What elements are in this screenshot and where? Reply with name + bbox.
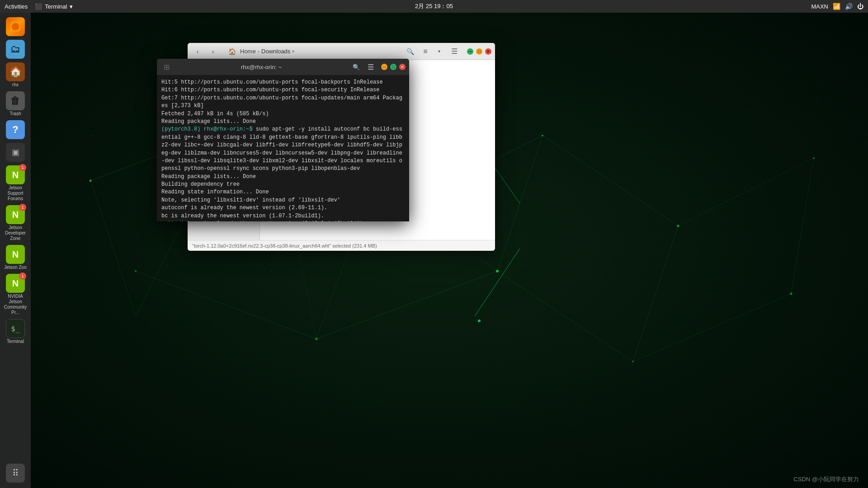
fm-forward-btn[interactable]: ›	[207, 45, 219, 58]
fm-minimize-btn[interactable]: —	[467, 48, 473, 55]
dock-icon-jetson-community: N 1	[6, 274, 25, 293]
dock-icon-help: ?	[6, 120, 25, 139]
dock-item-terminal[interactable]: $_ Terminal	[2, 319, 29, 344]
fm-dropdown-icon[interactable]: ▾	[292, 49, 294, 54]
fm-view-list-btn[interactable]: ≡	[419, 45, 432, 58]
term-maximize-btn[interactable]: □	[390, 64, 396, 70]
dock-icon-jetson-zoo: N	[6, 245, 25, 264]
dock-item-jetson-community[interactable]: N 1 NVIDIA Jetson Community Pr...	[2, 274, 29, 315]
term-line-2: Hit:6 http://ports.ubuntu.com/ubuntu-por…	[161, 86, 405, 94]
topbar-app: ⬛ Terminal ▾	[35, 3, 73, 10]
svg-line-5	[136, 271, 316, 339]
jetson-community-badge: 1	[19, 272, 26, 280]
fm-window-controls: — □ ✕	[467, 48, 491, 55]
term-line-9: Reading state information... Done	[161, 188, 405, 196]
svg-point-25	[316, 338, 318, 340]
svg-point-33	[12, 23, 19, 30]
dock-item-help[interactable]: ?	[2, 120, 29, 139]
dock-icon-files: 🗂	[6, 40, 25, 59]
dock-item-terminal-mini[interactable]: ▣	[2, 143, 29, 162]
volume-icon[interactable]: 🔊	[845, 3, 853, 10]
term-window-controls: — □ ✕	[381, 64, 406, 70]
dock-label-rhx: rhx	[12, 82, 19, 88]
term-line-1: Hit:5 http://ports.ubuntu.com/ubuntu-por…	[161, 79, 405, 86]
fm-search-btn[interactable]: 🔍	[404, 45, 416, 58]
svg-line-14	[633, 226, 678, 361]
fm-status-bar: "torch-1.12.0a0+2c916ef.nv22.3-cp38-cp38…	[188, 240, 495, 251]
dock-item-jetson-dev[interactable]: N 1 Jetson Developer Zone	[2, 205, 29, 241]
topbar: Activities ⬛ Terminal ▾ 2月 25 19：05 MAXN…	[0, 0, 868, 13]
dock-label-jetson-zoo: Jetson Zoo	[4, 265, 26, 270]
dock-label-terminal: Terminal	[7, 339, 24, 344]
svg-point-23	[677, 225, 679, 227]
dock-item-rhx[interactable]: 🏠 rhx	[2, 62, 29, 88]
terminal-icon-small: ⬛	[35, 3, 42, 10]
dock-icon-jetson-dev: N 1	[6, 205, 25, 224]
term-minimize-btn[interactable]: —	[381, 64, 387, 70]
dock-icon-trash: 🗑	[6, 91, 25, 110]
wifi-icon[interactable]: 📶	[833, 3, 840, 10]
dock-label-jetson-support: Jetson Support Forums	[2, 185, 29, 202]
topbar-left: Activities ⬛ Terminal ▾	[5, 3, 73, 10]
svg-line-15	[791, 158, 814, 294]
jetson-support-badge: 1	[19, 164, 26, 171]
term-close-btn[interactable]: ✕	[399, 64, 406, 70]
topbar-app-name[interactable]: Terminal	[45, 3, 67, 10]
dock-item-jetson-support[interactable]: N 1 Jetson Support Forums	[2, 165, 29, 202]
term-content[interactable]: Hit:5 http://ports.ubuntu.com/ubuntu-por…	[157, 75, 409, 221]
svg-point-26	[496, 270, 499, 272]
dock-item-files[interactable]: 🗂	[2, 40, 29, 59]
term-line-11: autoconf is already the newest version (…	[161, 204, 405, 212]
svg-point-19	[90, 180, 92, 182]
fm-home-btn[interactable]: 🏠	[226, 45, 238, 58]
svg-point-29	[813, 157, 815, 159]
power-icon[interactable]: ⏻	[857, 3, 863, 10]
svg-line-18	[475, 249, 520, 316]
term-line-8: Building dependency tree	[161, 181, 405, 188]
dock-icon-firefox	[6, 17, 25, 36]
fm-back-btn[interactable]: ‹	[191, 45, 204, 58]
dock: 🗂 🏠 rhx 🗑 Trash ? ▣ N 1 Jetson Support F…	[0, 13, 31, 488]
svg-point-28	[790, 293, 793, 295]
term-history-btn[interactable]: ⊞	[160, 61, 172, 73]
dock-icon-terminal: $_	[6, 319, 25, 338]
fm-view-dropdown-btn[interactable]: ▾	[433, 45, 445, 58]
term-prompt-6: (pytorch3.8) rhx@rhx-orin:~$	[161, 126, 253, 132]
terminal-window: ⊞ rhx@rhx-orin: ~ 🔍 ☰ — □ ✕ Hit:5 http:/…	[157, 59, 409, 221]
fm-breadcrumb-current: Downloads	[261, 48, 290, 55]
dock-item-jetson-zoo[interactable]: N Jetson Zoo	[2, 245, 29, 270]
svg-line-13	[90, 181, 136, 316]
topbar-username: MAXN	[811, 3, 828, 10]
dock-item-firefox[interactable]	[2, 17, 29, 36]
svg-point-31	[478, 319, 481, 322]
dock-icon-show-apps: ⠿	[6, 464, 25, 483]
term-title: rhx@rhx-orin: ~	[175, 64, 348, 70]
svg-line-3	[542, 136, 678, 226]
dock-icon-jetson-support: N 1	[6, 165, 25, 184]
term-cmd-6: sudo apt-get -y install autoconf bc buil…	[161, 126, 402, 172]
fm-menu-btn[interactable]: ☰	[448, 45, 461, 58]
fm-breadcrumb-home[interactable]: Home	[240, 48, 256, 55]
term-line-12: bc is already the newest version (1.07.1…	[161, 212, 405, 220]
term-search-btn[interactable]: 🔍	[350, 61, 362, 73]
activities-button[interactable]: Activities	[5, 3, 28, 10]
svg-line-6	[316, 271, 497, 339]
dock-label-trash: Trash	[9, 111, 21, 117]
fm-view-btns: ≡ ▾	[419, 45, 445, 58]
fm-close-btn[interactable]: ✕	[485, 48, 491, 55]
term-menu-btn[interactable]: ☰	[365, 61, 377, 73]
svg-point-22	[542, 135, 543, 136]
term-line-4: Fetched 2,487 kB in 4s (585 kB/s)	[161, 110, 405, 118]
dock-icon-rhx: 🏠	[6, 62, 25, 81]
dock-icon-terminal-mini: ▣	[6, 143, 25, 162]
term-line-7: Reading package lists... Done	[161, 173, 405, 181]
topbar-datetime: 2月 25 19：05	[415, 2, 453, 10]
dock-label-jetson-community: NVIDIA Jetson Community Pr...	[2, 294, 29, 315]
dock-item-show-apps[interactable]: ⠿	[2, 464, 29, 483]
term-line-13: gettext-base is already the newest versi…	[161, 220, 405, 221]
fm-maximize-btn[interactable]: □	[476, 48, 482, 55]
dock-item-trash[interactable]: 🗑 Trash	[2, 91, 29, 117]
svg-line-7	[497, 271, 633, 361]
fm-status-text: "torch-1.12.0a0+2c916ef.nv22.3-cp38-cp38…	[192, 243, 377, 249]
topbar-app-menu-icon: ▾	[70, 3, 73, 10]
